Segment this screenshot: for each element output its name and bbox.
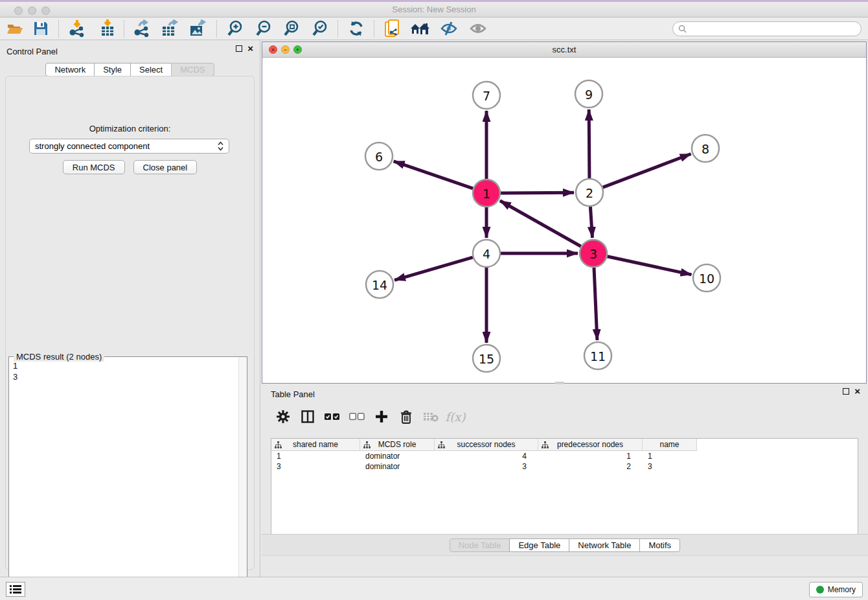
node-3[interactable]: 3 <box>580 240 607 267</box>
svg-text:3: 3 <box>589 247 597 261</box>
table-cell[interactable]: dominator <box>360 451 435 461</box>
node-9[interactable]: 9 <box>575 80 602 108</box>
search-input[interactable] <box>690 25 856 34</box>
select-all-columns-button[interactable] <box>320 406 345 427</box>
table-cell[interactable]: 4 <box>435 451 538 461</box>
node-15[interactable]: 15 <box>473 345 500 372</box>
import-table-button[interactable] <box>96 19 119 38</box>
table-row[interactable]: 3dominator323 <box>271 461 858 472</box>
refresh-view-button[interactable] <box>345 19 368 38</box>
tab-style[interactable]: Style <box>94 63 131 76</box>
eye-slash-icon <box>439 21 459 36</box>
zoom-selected-button[interactable] <box>308 19 332 38</box>
tab-motifs[interactable]: Motifs <box>639 538 680 552</box>
control-panel: Control Panel × NetworkStyleSelectMCDS O… <box>0 40 260 577</box>
edge-2-8[interactable] <box>603 154 691 188</box>
create-column-button[interactable] <box>369 406 394 427</box>
node-6[interactable]: 6 <box>365 143 393 170</box>
edge-4-14[interactable] <box>394 257 473 280</box>
node-14[interactable]: 14 <box>366 271 393 298</box>
table-cell[interactable]: 3 <box>643 461 697 472</box>
delete-table-button[interactable] <box>418 406 443 427</box>
float-panel-icon[interactable] <box>236 45 242 52</box>
close-panel-button[interactable]: Close panel <box>133 160 198 174</box>
node-table[interactable]: shared nameMCDS rolesuccessor nodesprede… <box>271 438 858 548</box>
show-all-button[interactable] <box>466 19 490 38</box>
mcds-result-item: 3 <box>13 371 17 382</box>
task-history-button[interactable] <box>6 582 25 597</box>
result-scrollbar[interactable] <box>238 357 247 598</box>
toolbar-separator <box>124 20 124 38</box>
network-graph[interactable]: 7968124314101511 <box>262 58 866 383</box>
node-11[interactable]: 11 <box>584 342 611 369</box>
table-row[interactable]: 1dominator411 <box>271 451 858 461</box>
edge-3-1[interactable] <box>500 201 581 246</box>
zoom-fit-button[interactable] <box>280 19 303 38</box>
edge-1-2[interactable] <box>501 192 574 193</box>
tab-select[interactable]: Select <box>130 63 172 76</box>
edge-3-11[interactable] <box>594 268 597 340</box>
edge-2-9[interactable] <box>589 110 589 178</box>
table-cell[interactable]: 1 <box>538 451 643 461</box>
table-cell[interactable]: 1 <box>643 451 697 461</box>
save-session-button[interactable] <box>29 19 52 38</box>
memory-button[interactable]: Memory <box>809 582 863 597</box>
float-table-panel-icon[interactable] <box>843 388 849 395</box>
zoom-in-button[interactable] <box>223 19 247 38</box>
zoom-fit-icon <box>282 19 301 38</box>
table-cell[interactable]: 3 <box>435 461 538 472</box>
tab-network[interactable]: Network <box>45 63 95 76</box>
close-panel-icon[interactable]: × <box>247 45 253 52</box>
node-8[interactable]: 8 <box>692 135 719 162</box>
tab-node-table[interactable]: Node Table <box>450 538 510 552</box>
tab-edge-table[interactable]: Edge Table <box>509 538 569 552</box>
optimization-criterion-select[interactable]: strongly connected component <box>29 139 229 154</box>
edge-2-3[interactable] <box>590 207 592 238</box>
table-cell[interactable]: 2 <box>538 461 643 472</box>
tab-mcds[interactable]: MCDS <box>171 63 214 76</box>
export-image-button[interactable] <box>187 19 210 38</box>
node-2[interactable]: 2 <box>576 179 603 206</box>
column-header-label: name <box>659 440 679 449</box>
search-field[interactable] <box>672 21 862 36</box>
run-mcds-button[interactable]: Run MCDS <box>63 160 125 174</box>
node-7[interactable]: 7 <box>473 82 500 109</box>
edge-1-6[interactable] <box>394 161 474 189</box>
table-cell[interactable]: dominator <box>360 461 435 472</box>
delete-column-button[interactable] <box>394 406 418 427</box>
column-header-name[interactable]: name <box>643 439 697 451</box>
refresh-icon <box>348 20 365 37</box>
table-panel: Table Panel × <box>262 385 868 577</box>
svg-text:1: 1 <box>483 187 490 201</box>
table-settings-button[interactable] <box>271 406 295 427</box>
open-session-button[interactable] <box>3 19 27 38</box>
table-cell[interactable]: 1 <box>271 451 360 461</box>
selected-criterion: strongly connected component <box>35 141 218 151</box>
hide-selected-button[interactable] <box>437 19 461 38</box>
zoom-out-button[interactable] <box>252 19 275 38</box>
column-header-MCDS-role[interactable]: MCDS role <box>360 439 435 451</box>
node-4[interactable]: 4 <box>473 240 500 267</box>
edge-3-10[interactable] <box>608 257 692 275</box>
export-table-button[interactable] <box>159 19 182 38</box>
network-window-titlebar[interactable]: × − + scc.txt <box>262 42 866 58</box>
column-header-predecessor-nodes[interactable]: predecessor nodes <box>538 439 643 451</box>
home-style-button[interactable] <box>409 19 432 38</box>
titlebar: Session: New Session <box>0 2 868 17</box>
network-canvas[interactable]: 7968124314101511 <box>262 58 866 383</box>
column-header-shared-name[interactable]: shared name <box>271 439 360 451</box>
node-1[interactable]: 1 <box>473 179 500 207</box>
unselect-all-columns-button[interactable] <box>345 406 369 427</box>
memory-status-dot <box>816 586 824 594</box>
show-column-panel-button[interactable] <box>295 406 320 427</box>
export-network-button[interactable] <box>130 19 154 38</box>
node-10[interactable]: 10 <box>693 264 720 292</box>
table-cell[interactable]: 3 <box>271 461 360 472</box>
close-table-panel-icon[interactable]: × <box>854 388 860 395</box>
splitter-handle[interactable] <box>555 382 564 384</box>
tab-network-table[interactable]: Network Table <box>569 538 640 552</box>
import-network-button[interactable] <box>65 19 89 38</box>
table-header-row: shared nameMCDS rolesuccessor nodesprede… <box>271 439 858 451</box>
column-header-successor-nodes[interactable]: successor nodes <box>435 439 538 451</box>
network-from-file-button[interactable] <box>381 19 404 38</box>
